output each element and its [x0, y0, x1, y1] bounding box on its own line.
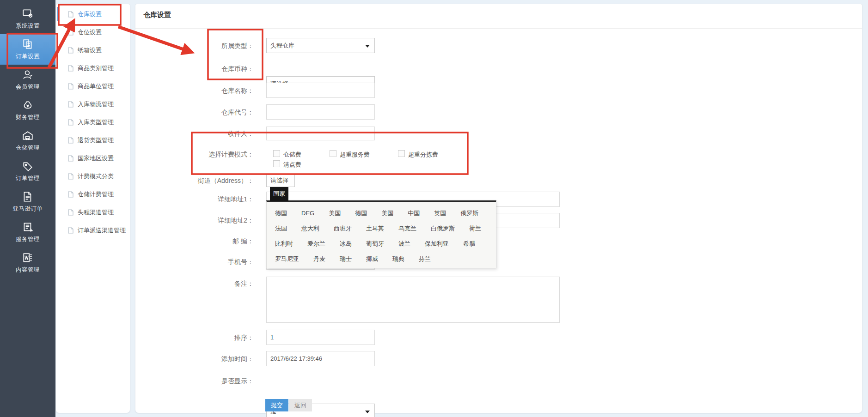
country-link[interactable]: 土耳其 — [366, 224, 384, 233]
country-link[interactable]: 俄罗斯 — [460, 209, 478, 218]
chevron-down-icon — [365, 45, 370, 48]
country-link[interactable]: 挪威 — [366, 255, 378, 263]
sidebar-item-amazon-orders[interactable]: 亚马逊订单 — [0, 187, 55, 217]
recipient-input[interactable] — [266, 127, 375, 140]
sidebar-item-member-management[interactable]: 会员管理 — [0, 65, 55, 95]
visible-label: 是否显示： — [135, 377, 254, 386]
sidebar-item-label: 财务管理 — [16, 114, 40, 121]
menu-item-inbound-type[interactable]: 入库类型管理 — [56, 113, 130, 131]
menu-item-bin-settings[interactable]: 仓位设置 — [56, 23, 130, 41]
country-link[interactable]: 丹麦 — [313, 255, 325, 263]
name-label: 仓库名称： — [135, 87, 254, 95]
country-link[interactable]: DEG — [301, 210, 314, 217]
content-management-icon — [22, 252, 34, 264]
country-row: 比利时 爱尔兰 冰岛 葡萄牙 波兰 保加利亚 希腊 — [275, 236, 496, 251]
country-link[interactable]: 爱尔兰 — [307, 240, 325, 248]
sidebar-item-label: 服务管理 — [16, 236, 40, 243]
sidebar-item-label: 会员管理 — [16, 83, 40, 91]
mobile-label: 手机号： — [135, 258, 254, 266]
sidebar-item-label: 内容管理 — [16, 266, 40, 274]
country-link[interactable]: 美国 — [381, 209, 393, 218]
sidebar-item-warehouse-management[interactable]: 仓储管理 — [0, 126, 55, 156]
remark-textarea[interactable] — [266, 277, 560, 323]
menu-item-carton-settings[interactable]: 纸箱设置 — [56, 41, 130, 59]
sidebar-item-finance-management[interactable]: 财务管理 — [0, 95, 55, 126]
sidebar-item-label: 订单管理 — [16, 175, 40, 182]
country-link[interactable]: 乌克兰 — [398, 224, 416, 233]
member-management-icon — [22, 69, 34, 81]
file-icon — [68, 119, 73, 126]
sort-input[interactable] — [266, 330, 375, 345]
country-link[interactable]: 保加利亚 — [425, 240, 449, 248]
country-link[interactable]: 德国 — [275, 209, 287, 218]
country-link[interactable]: 中国 — [408, 209, 420, 218]
sidebar-item-label: 仓储管理 — [16, 144, 40, 152]
menu-item-order-delivery-channel[interactable]: 订单派送渠道管理 — [56, 221, 130, 239]
country-link[interactable]: 英国 — [434, 209, 446, 218]
sidebar-item-order-management[interactable]: 订单管理 — [0, 156, 55, 187]
country-link[interactable]: 波兰 — [398, 240, 410, 248]
country-link[interactable]: 白俄罗斯 — [431, 224, 455, 233]
warehouse-code-input[interactable] — [266, 104, 375, 120]
file-icon — [68, 83, 73, 90]
country-tab[interactable]: 国家 — [270, 187, 288, 201]
submit-button[interactable]: 提交 — [265, 399, 288, 411]
menu-item-product-category[interactable]: 商品类别管理 — [56, 59, 130, 77]
file-icon — [68, 173, 73, 180]
checkbox-overweight-sorting-fee[interactable] — [398, 150, 405, 157]
file-icon — [68, 191, 73, 198]
country-link[interactable]: 意大利 — [301, 224, 319, 233]
file-icon — [68, 227, 73, 234]
zip-label: 邮 编： — [135, 237, 254, 246]
menu-item-first-leg-channel[interactable]: 头程渠道管理 — [56, 203, 130, 221]
menu-item-return-type[interactable]: 退货类型管理 — [56, 131, 130, 149]
country-link[interactable]: 西班牙 — [334, 224, 352, 233]
addr2-label: 详细地址2： — [135, 217, 254, 225]
country-link[interactable]: 荷兰 — [469, 224, 481, 233]
added-time-label: 添加时间： — [135, 355, 254, 363]
country-link[interactable]: 法国 — [275, 224, 287, 233]
file-icon — [68, 29, 73, 36]
back-button[interactable]: 返回 — [289, 399, 312, 411]
sidebar-item-system-settings[interactable]: 系统设置 — [0, 4, 55, 34]
sidebar-item-order-settings[interactable]: 订单设置 — [0, 34, 55, 65]
checkbox-counting-fee[interactable] — [273, 160, 280, 167]
chevron-down-icon — [365, 411, 370, 413]
service-management-icon — [22, 221, 34, 233]
checkbox-storage-fee[interactable] — [273, 150, 280, 157]
checkbox-overweight-service-fee[interactable] — [330, 150, 336, 157]
warehouse-management-icon — [22, 130, 34, 142]
menu-item-billing-mode-category[interactable]: 计费模式分类 — [56, 167, 130, 185]
menu-item-product-unit[interactable]: 商品单位管理 — [56, 77, 130, 95]
country-link[interactable]: 美国 — [329, 209, 341, 218]
code-label: 仓库代号： — [135, 109, 254, 117]
sidebar-item-content-management[interactable]: 内容管理 — [0, 248, 55, 278]
country-link[interactable]: 罗马尼亚 — [275, 255, 299, 263]
country-link[interactable]: 瑞典 — [392, 255, 404, 263]
added-time-input[interactable] — [266, 351, 375, 366]
title-divider — [135, 28, 862, 29]
country-link[interactable]: 比利时 — [275, 240, 293, 248]
street-picker-button[interactable]: 请选择 — [266, 174, 295, 187]
menu-item-inbound-logistics[interactable]: 入库物流管理 — [56, 95, 130, 113]
sidebar-item-label: 亚马逊订单 — [13, 205, 43, 213]
country-row: 罗马尼亚 丹麦 瑞士 挪威 瑞典 芬兰 — [275, 251, 496, 266]
file-icon — [68, 47, 73, 54]
country-link[interactable]: 德国 — [355, 209, 367, 218]
country-link[interactable]: 瑞士 — [340, 255, 352, 263]
country-link[interactable]: 冰岛 — [340, 240, 352, 248]
sidebar-item-service-management[interactable]: 服务管理 — [0, 217, 55, 248]
menu-item-country-region[interactable]: 国家地区设置 — [56, 149, 130, 167]
file-icon — [68, 11, 73, 18]
type-select[interactable]: 头程仓库 — [266, 38, 375, 53]
order-management-icon — [22, 160, 34, 172]
menu-item-warehouse-settings[interactable]: 仓库设置 — [56, 5, 130, 23]
file-icon — [68, 155, 73, 162]
currency-label: 仓库币种： — [135, 65, 254, 73]
country-link[interactable]: 葡萄牙 — [366, 240, 384, 248]
warehouse-name-input[interactable] — [266, 83, 375, 98]
menu-item-storage-billing[interactable]: 仓储计费管理 — [56, 185, 130, 203]
country-link[interactable]: 芬兰 — [419, 255, 431, 263]
amazon-orders-icon — [22, 191, 34, 203]
country-link[interactable]: 希腊 — [463, 240, 475, 248]
